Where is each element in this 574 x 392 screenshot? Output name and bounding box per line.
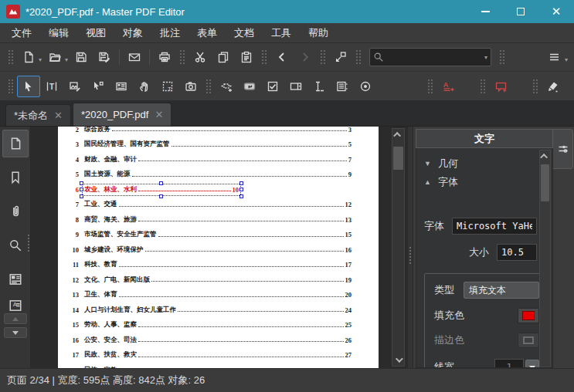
toc-row[interactable]: 12 文化、广电、新闻出版 19 — [61, 272, 354, 288]
form-fields-panel-button[interactable] — [2, 265, 29, 293]
selection-handle[interactable] — [239, 194, 243, 198]
toc-row[interactable]: 13 卫生、体育 20 — [61, 288, 354, 303]
text-type-select[interactable]: 填充文本 — [464, 282, 539, 299]
page-thumbnails-panel-button[interactable] — [2, 130, 29, 157]
menu-item[interactable]: 文件 — [3, 23, 40, 42]
tab-untitled[interactable]: *未命名 ✕ — [5, 104, 71, 126]
selection-handle[interactable] — [80, 188, 83, 191]
toc-row[interactable]: 6 农业、林业、水利 10 — [61, 182, 354, 198]
toc-row[interactable]: 4 财政、金融、审计 7 — [61, 152, 354, 167]
copy-button[interactable] — [212, 46, 235, 68]
toolbar-grip[interactable] — [206, 79, 211, 93]
combobox-field-tool-button[interactable] — [284, 76, 307, 97]
document-vertical-scrollbar[interactable] — [392, 128, 405, 367]
close-button[interactable]: ✕ — [538, 0, 574, 23]
search-dropdown-icon[interactable]: ▾ — [484, 54, 487, 61]
line-width-input[interactable] — [494, 359, 524, 368]
object-properties-tool-button[interactable] — [110, 76, 133, 97]
toc-row[interactable]: 7 工业、交通 12 — [61, 198, 354, 213]
checkbox-field-tool-button[interactable] — [261, 76, 284, 97]
menu-item[interactable]: 视图 — [77, 23, 114, 42]
tab-2020-pdf[interactable]: *2020_PDF.pdf ✕ — [73, 103, 172, 126]
new-document-dropdown-icon[interactable]: ▾ — [39, 56, 42, 63]
document-view[interactable]: 2 综合政务 3 3 国民经济管理、国有资产监管 5 4 — [31, 127, 408, 368]
add-text-annotation-button[interactable]: A — [436, 76, 460, 97]
listbox-field-tool-button[interactable] — [331, 76, 354, 97]
main-menu-button[interactable] — [543, 46, 566, 68]
edit-image-tool-button[interactable] — [63, 76, 87, 97]
panel-scrollbar[interactable] — [539, 150, 551, 367]
edit-text-tool-button[interactable]: T — [40, 76, 63, 97]
toc-row[interactable]: 16 公安、安全、司法 26 — [61, 333, 354, 348]
toc-row[interactable]: 11 科技、教育 17 — [61, 258, 354, 273]
attachments-panel-button[interactable] — [2, 198, 29, 225]
selection-handle[interactable] — [159, 181, 163, 185]
main-menu-dropdown-icon[interactable]: ▾ — [565, 56, 568, 63]
toc-row[interactable]: 15 劳动、人事、监察 25 — [61, 318, 354, 333]
tab-close-icon[interactable]: ✕ — [155, 110, 163, 120]
pdf-page[interactable]: 2 综合政务 3 3 国民经济管理、国有资产监管 5 4 — [58, 127, 379, 368]
section-geometry[interactable]: ▼ 几何 — [424, 154, 537, 173]
toc-row[interactable]: 14 人口与计划生育、妇女儿童工作 24 — [61, 302, 354, 318]
toolbar-grip[interactable] — [500, 50, 504, 64]
toolbar-grip[interactable] — [8, 79, 13, 93]
save-button[interactable] — [70, 46, 93, 68]
cut-button[interactable] — [189, 46, 212, 68]
selection-handle[interactable] — [80, 181, 83, 185]
search-panel-button[interactable] — [2, 231, 29, 259]
minimize-button[interactable] — [467, 0, 503, 23]
menu-item[interactable]: 对象 — [114, 23, 151, 42]
properties-tab[interactable] — [553, 129, 573, 169]
menu-item[interactable]: 文档 — [226, 23, 263, 42]
select-tool-button[interactable] — [17, 76, 40, 97]
email-button[interactable] — [123, 46, 146, 68]
maximize-button[interactable] — [503, 0, 538, 23]
toolbar-grip[interactable] — [481, 79, 485, 93]
selection-handle[interactable] — [239, 188, 243, 191]
text-field-tool-button[interactable] — [307, 76, 331, 97]
bookmarks-panel-button[interactable] — [2, 164, 29, 191]
menu-item[interactable]: 表单 — [189, 23, 226, 42]
sidebar-scroll-up-button[interactable] — [4, 313, 27, 324]
fill-color-swatch[interactable] — [518, 308, 539, 323]
line-width-dropdown-button[interactable] — [525, 360, 539, 368]
toc-row[interactable]: 8 商贸、海关、旅游 13 — [61, 212, 354, 228]
font-name-input[interactable] — [452, 218, 537, 235]
open-file-dropdown-icon[interactable]: ▾ — [65, 56, 68, 63]
toc-row[interactable]: 10 城乡建设、环境保护 16 — [61, 242, 354, 258]
toc-row[interactable]: 17 民政、扶贫、救灾 27 — [61, 348, 354, 363]
snapshot-tool-button[interactable] — [179, 76, 202, 97]
font-size-input[interactable] — [497, 244, 537, 261]
selection-handle[interactable] — [239, 181, 243, 185]
edit-path-tool-button[interactable] — [87, 76, 110, 97]
tab-close-icon[interactable]: ✕ — [54, 110, 63, 120]
toc-row[interactable]: 5 国土资源、能源 9 — [61, 167, 354, 183]
selection-handle[interactable] — [80, 194, 83, 198]
add-callout-annotation-button[interactable] — [489, 76, 512, 97]
open-file-button[interactable] — [43, 46, 66, 68]
toc-row[interactable]: 9 市场监管、安全生产监管 15 — [61, 228, 354, 243]
forward-button[interactable] — [294, 46, 317, 68]
section-font[interactable]: ▲ 字体 — [424, 173, 537, 191]
panel-scroll-up-icon[interactable] — [539, 150, 551, 161]
print-button[interactable] — [153, 46, 176, 68]
toolbar-grip[interactable] — [180, 50, 185, 64]
scrollbar-thumb[interactable] — [393, 147, 403, 170]
highlighter-tool-button[interactable] — [542, 76, 565, 97]
menu-item[interactable]: 工具 — [263, 23, 300, 42]
toc-row[interactable]: 3 国民经济管理、国有资产监管 5 — [61, 137, 354, 153]
toolbar-grip[interactable] — [262, 50, 267, 64]
menu-item[interactable]: 帮助 — [300, 23, 337, 42]
toc-row[interactable]: 18 民族、宗教 28 — [61, 363, 354, 368]
menu-item[interactable]: 批注 — [151, 23, 189, 42]
toolbar-grip[interactable] — [428, 79, 433, 93]
sidebar-splitter[interactable] — [28, 235, 29, 236]
hand-tool-button[interactable] — [133, 76, 156, 97]
toolbar-grip[interactable] — [533, 79, 538, 93]
toolbar-grip[interactable] — [356, 50, 361, 64]
push-button-field-tool-button[interactable] — [238, 76, 261, 97]
search-input[interactable] — [384, 52, 484, 63]
paste-button[interactable] — [235, 46, 258, 68]
panel-scrollbar-thumb[interactable] — [541, 164, 549, 201]
new-document-button[interactable] — [17, 46, 40, 68]
